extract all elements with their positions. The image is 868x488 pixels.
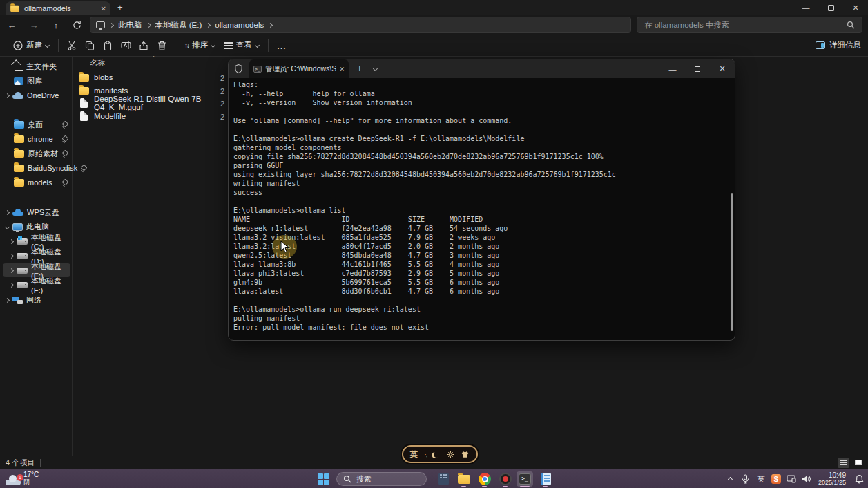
sidebar-item-desktop[interactable]: 桌面 [3, 118, 70, 131]
minimize-button[interactable]: — [793, 0, 818, 15]
breadcrumb-drive-e[interactable]: 本地磁盘 (E:) [155, 20, 202, 30]
restore-button[interactable] [818, 0, 843, 15]
taskbar-search[interactable]: 搜索 [336, 472, 427, 486]
details-view-toggle[interactable] [838, 458, 849, 468]
new-button[interactable]: 新建 [8, 37, 54, 55]
ime-toolbar[interactable]: 英 ·, [402, 445, 478, 463]
skin-shirt-icon[interactable] [461, 451, 470, 458]
weather-temp: 17°C [23, 471, 39, 478]
cast-display-icon[interactable] [784, 469, 799, 488]
tray-ime-indicator[interactable]: 英 [753, 469, 769, 488]
expander-icon[interactable] [5, 209, 10, 214]
toolbar-separator [175, 39, 175, 52]
back-button[interactable]: ← [3, 17, 21, 33]
folder-icon [79, 87, 89, 95]
search-input[interactable]: 在 ollamamodels 中搜索 [637, 17, 862, 33]
terminal-scrollbar-thumb[interactable] [731, 193, 733, 331]
terminal-menu-chevron-icon[interactable] [373, 66, 378, 71]
microphone-icon[interactable] [738, 469, 753, 488]
file-row-modelfile[interactable]: Modelfile [75, 110, 222, 122]
sidebar-item-gallery[interactable]: 图库 [3, 74, 70, 88]
name-column-header[interactable]: 名称 [90, 58, 105, 68]
up-button[interactable]: ↑ [47, 17, 65, 33]
ime-punctuation-icon[interactable]: ·, [425, 451, 427, 458]
sidebar-item-raw-footage[interactable]: 原始素材 [3, 147, 70, 160]
terminal-maximize-button[interactable] [685, 59, 710, 78]
file-row-gguf[interactable]: DeepSeek-R1-Distill-Qwen-7B-Q4_K_M.gguf [75, 97, 222, 109]
file-row-blobs[interactable]: blobs [75, 71, 222, 84]
sidebar-item-baidusyncdisk[interactable]: BaiduSyncdisk [3, 161, 70, 175]
sogou-pinyin-icon[interactable]: S [769, 469, 784, 488]
rename-button[interactable] [117, 37, 135, 55]
details-pane-icon [816, 41, 825, 49]
sidebar-item-home[interactable]: 主文件夹 [3, 59, 70, 73]
sidebar-item-label: 此电脑 [26, 222, 49, 232]
terminal-tab-close-icon[interactable]: ✕ [339, 66, 345, 73]
gallery-icon [14, 77, 23, 85]
terminal-close-button[interactable]: ✕ [710, 59, 735, 78]
more-options-button[interactable]: … [273, 37, 291, 55]
moon-icon[interactable] [434, 451, 440, 458]
pin-icon [62, 180, 68, 185]
forward-button[interactable]: → [25, 17, 43, 33]
chevron-right-icon [268, 22, 273, 27]
weather-widget[interactable]: 1 17°C 阴 [6, 471, 39, 486]
expander-icon[interactable] [9, 268, 14, 272]
taskbar-chrome[interactable] [476, 471, 493, 487]
speaker-icon[interactable] [799, 469, 814, 488]
tray-overflow-chevron[interactable] [723, 469, 738, 488]
taskbar-file-explorer[interactable] [456, 471, 472, 487]
address-bar: ← → ↑ 此电脑 本地磁盘 (E:) ollamamodels 在 ollam… [0, 15, 868, 35]
expander-icon[interactable] [5, 297, 10, 302]
large-icons-view-toggle[interactable] [852, 458, 864, 468]
gear-icon[interactable] [447, 451, 454, 458]
close-button[interactable]: ✕ [843, 0, 868, 15]
this-pc-icon [12, 223, 23, 231]
folder-icon [79, 74, 89, 82]
ime-language-mode[interactable]: 英 [410, 449, 418, 460]
view-button[interactable]: 查看 [220, 37, 264, 55]
file-icon [80, 98, 88, 108]
taskbar-recorder[interactable] [497, 471, 514, 487]
delete-button[interactable] [153, 37, 171, 55]
notification-bell-icon[interactable] [850, 469, 868, 488]
expander-icon[interactable] [9, 253, 14, 258]
breadcrumb-ollamamodels[interactable]: ollamamodels [215, 21, 264, 29]
sidebar-item-chrome[interactable]: chrome [3, 132, 70, 146]
paste-button[interactable] [99, 37, 117, 55]
sidebar-item-wps-cloud[interactable]: WPS云盘 [3, 205, 70, 219]
cut-button[interactable] [63, 37, 81, 55]
expander-icon[interactable] [9, 238, 14, 243]
expander-icon[interactable] [5, 93, 10, 97]
terminal-new-tab-button[interactable]: + [357, 63, 363, 73]
terminal-tab[interactable]: >_ 管理员: C:\Windows\System32 ✕ [249, 59, 349, 78]
terminal-content[interactable]: Flags: -h, --help help for ollama -v, --… [233, 80, 728, 337]
copy-button[interactable] [81, 37, 99, 55]
taskbar-calculator[interactable] [435, 471, 452, 487]
sort-button[interactable]: ↑↓ 排序 [180, 37, 220, 55]
address-box[interactable]: 此电脑 本地磁盘 (E:) ollamamodels [90, 17, 631, 33]
sidebar-item-network[interactable]: 网络 [3, 293, 70, 307]
taskbar-notepad[interactable] [537, 471, 554, 487]
sidebar-item-models[interactable]: models [3, 176, 70, 189]
terminal-minimize-button[interactable]: — [660, 59, 685, 78]
sidebar-item-onedrive[interactable]: OneDrive [3, 88, 70, 102]
terminal-title-bar[interactable]: >_ 管理员: C:\Windows\System32 ✕ + — ✕ [229, 59, 735, 78]
expander-icon[interactable] [9, 282, 14, 287]
sidebar-item-label: 桌面 [28, 120, 43, 130]
breadcrumb-this-pc[interactable]: 此电脑 [118, 20, 142, 30]
taskbar-terminal[interactable]: >_ [517, 471, 533, 487]
expander-icon[interactable] [5, 224, 10, 229]
explorer-tab[interactable]: ollamamodels ✕ [6, 1, 110, 15]
tab-close-icon[interactable]: ✕ [101, 5, 106, 12]
clock[interactable]: 10:49 2025/1/25 [814, 471, 850, 487]
view-lines-icon [224, 45, 233, 46]
details-pane-button[interactable]: 详细信息 [816, 40, 861, 50]
new-tab-button[interactable]: + [117, 2, 123, 12]
refresh-button[interactable] [68, 17, 86, 33]
share-button[interactable] [135, 37, 153, 55]
terminal-window[interactable]: >_ 管理员: C:\Windows\System32 ✕ + — ✕ Flag… [228, 59, 735, 341]
start-button[interactable] [315, 471, 331, 487]
sort-arrows-icon: ↑↓ [184, 41, 189, 49]
sidebar-item-drive-f[interactable]: 本地磁盘 (F:) [3, 278, 70, 292]
